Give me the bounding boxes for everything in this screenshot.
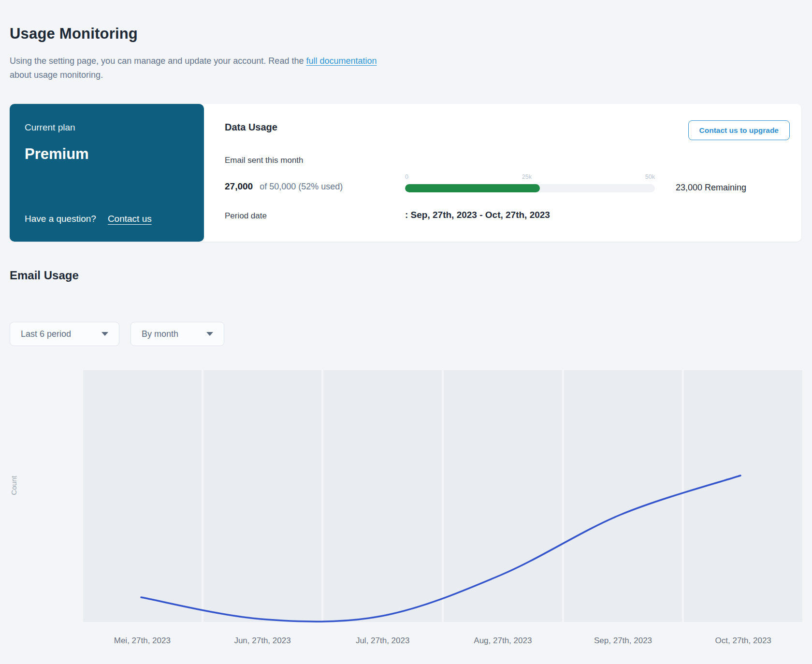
- usage-progress-bar: [405, 184, 655, 192]
- usage-line-series: [141, 476, 740, 621]
- x-tick-oct: Oct, 27th, 2023: [684, 636, 802, 646]
- scale-tick-0: 0: [405, 173, 408, 180]
- usage-line-svg: [83, 370, 802, 622]
- period-filter-value: Last 6 period: [21, 329, 71, 339]
- page-description: Using the setting page, you can manage a…: [10, 54, 377, 82]
- chevron-down-icon: [206, 332, 213, 336]
- chevron-down-icon: [102, 332, 108, 336]
- email-usage-title: Email Usage: [10, 269, 79, 282]
- x-tick-mei: Mei, 27th, 2023: [83, 636, 202, 646]
- current-plan-panel: Current plan Premium Have a question? Co…: [10, 104, 204, 242]
- description-text-line2: about usage monitoring.: [10, 70, 103, 80]
- plan-name: Premium: [25, 145, 89, 163]
- y-axis-title: Count: [10, 462, 18, 510]
- period-date-value: : Sep, 27th, 2023 - Oct, 27th, 2023: [405, 210, 550, 220]
- period-date-label: Period date: [225, 211, 267, 221]
- remaining-count: 23,000 Remaining: [676, 183, 746, 193]
- x-axis-labels: Mei, 27th, 2023 Jun, 27th, 2023 Jul, 27t…: [83, 636, 802, 646]
- plan-usage-card: Current plan Premium Have a question? Co…: [10, 104, 801, 242]
- scale-tick-25k: 25k: [522, 173, 532, 180]
- have-question-text: Have a question?: [25, 214, 96, 224]
- scale-tick-50k: 50k: [645, 173, 655, 180]
- group-by-dropdown[interactable]: By month: [130, 322, 224, 346]
- x-tick-sep: Sep, 27th, 2023: [564, 636, 682, 646]
- group-by-value: By month: [142, 329, 178, 339]
- contact-us-link[interactable]: Contact us: [108, 214, 152, 224]
- progress-scale: 0 25k 50k: [405, 173, 655, 180]
- full-documentation-link[interactable]: full documentation: [306, 56, 377, 66]
- x-tick-jul: Jul, 27th, 2023: [323, 636, 442, 646]
- email-sent-count: 27,000: [225, 181, 253, 192]
- description-text: Using the setting page, you can manage a…: [10, 56, 306, 66]
- line-chart: [83, 370, 802, 622]
- period-filter-dropdown[interactable]: Last 6 period: [10, 322, 119, 346]
- x-tick-jun: Jun, 27th, 2023: [203, 636, 322, 646]
- page-title: Usage Monitoring: [10, 25, 138, 43]
- email-sent-values: 27,000 of 50,000 (52% used): [225, 181, 343, 192]
- current-plan-label: Current plan: [25, 122, 75, 133]
- x-tick-aug: Aug, 27th, 2023: [444, 636, 562, 646]
- data-usage-title: Data Usage: [225, 122, 277, 133]
- email-sent-detail: of 50,000 (52% used): [260, 182, 343, 192]
- email-sent-label: Email sent this month: [225, 156, 304, 165]
- progress-fill: [405, 184, 540, 192]
- contact-us-to-upgrade-button[interactable]: Contact us to upgrade: [688, 120, 790, 140]
